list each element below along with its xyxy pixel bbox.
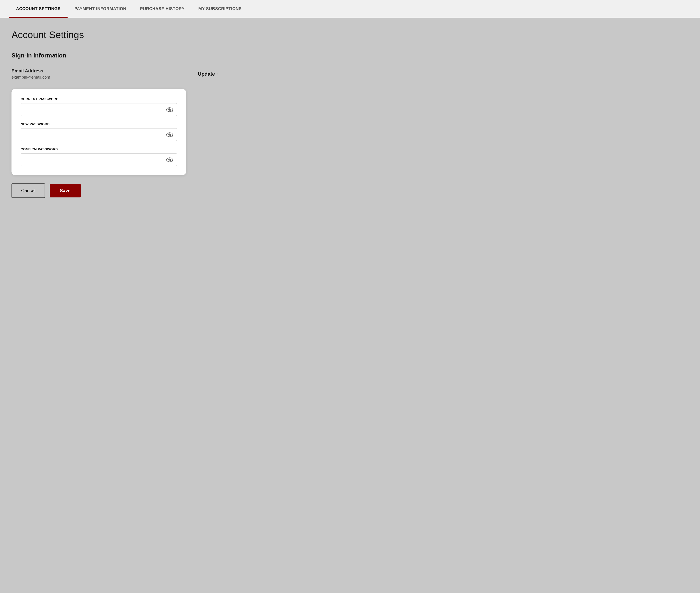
current-password-group: CURRENT PASSWORD — [21, 97, 177, 116]
new-password-wrapper — [21, 128, 177, 141]
new-password-input[interactable] — [21, 128, 177, 141]
action-buttons: Cancel Save — [11, 184, 689, 198]
save-button[interactable]: Save — [50, 184, 81, 197]
update-label: Update — [198, 71, 215, 77]
main-content: Account Settings Sign-in Information Ema… — [0, 18, 700, 212]
confirm-password-label: CONFIRM PASSWORD — [21, 147, 177, 151]
eye-slash-icon — [166, 156, 173, 163]
password-card: CURRENT PASSWORD NEW PASSWORD — [11, 89, 186, 175]
email-value: example@email.com — [11, 75, 50, 80]
email-info: Email Address example@email.com — [11, 68, 50, 80]
page-title: Account Settings — [11, 30, 689, 40]
update-email-link[interactable]: Update › — [198, 71, 218, 77]
new-password-group: NEW PASSWORD — [21, 122, 177, 141]
eye-slash-icon — [166, 106, 173, 113]
confirm-password-input[interactable] — [21, 153, 177, 166]
current-password-wrapper — [21, 103, 177, 116]
current-password-label: CURRENT PASSWORD — [21, 97, 177, 101]
toggle-confirm-password-visibility[interactable] — [166, 156, 173, 163]
email-label: Email Address — [11, 68, 50, 74]
new-password-label: NEW PASSWORD — [21, 122, 177, 126]
tab-account-settings[interactable]: ACCOUNT SETTINGS — [9, 0, 68, 18]
tab-my-subscriptions[interactable]: MY SUBSCRIPTIONS — [192, 0, 248, 18]
section-title: Sign-in Information — [11, 52, 689, 59]
chevron-right-icon: › — [217, 72, 218, 77]
eye-slash-icon — [166, 131, 173, 139]
cancel-button[interactable]: Cancel — [11, 184, 45, 198]
top-navigation: ACCOUNT SETTINGS PAYMENT INFORMATION PUR… — [0, 0, 700, 18]
tab-payment-information[interactable]: PAYMENT INFORMATION — [68, 0, 133, 18]
confirm-password-wrapper — [21, 153, 177, 166]
toggle-current-password-visibility[interactable] — [166, 106, 173, 113]
toggle-new-password-visibility[interactable] — [166, 131, 173, 139]
current-password-input[interactable] — [21, 103, 177, 116]
tab-purchase-history[interactable]: PURCHASE HISTORY — [133, 0, 192, 18]
confirm-password-group: CONFIRM PASSWORD — [21, 147, 177, 166]
email-row: Email Address example@email.com Update › — [11, 68, 218, 80]
